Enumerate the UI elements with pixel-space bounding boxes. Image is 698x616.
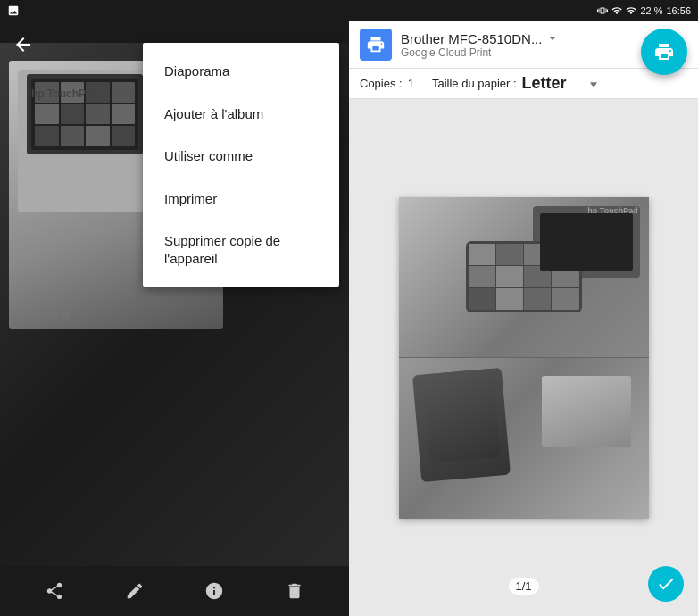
edit-button[interactable]	[117, 573, 153, 609]
photo-icon	[7, 4, 20, 17]
print-fab-icon	[653, 41, 675, 62]
preview-page: hp TouchPad	[399, 197, 649, 519]
preview-image: hp TouchPad	[399, 197, 649, 519]
paper-size-control: Taille du papier : Letter	[432, 74, 567, 93]
context-menu: Diaporama Ajouter à l'album Utiliser com…	[143, 43, 339, 287]
share-button[interactable]	[37, 573, 72, 609]
paper-size-label: Taille du papier :	[432, 77, 517, 90]
print-fab-button[interactable]	[641, 29, 687, 75]
photo-background: hp TouchPad Diaporama Ajouter à l'album …	[0, 21, 349, 616]
back-button[interactable]	[7, 29, 39, 61]
paper-size-value: Letter	[522, 74, 567, 93]
copies-control: Copies : 1	[360, 77, 414, 90]
status-bar-left	[7, 4, 20, 17]
page-indicator: 1/1	[508, 578, 538, 595]
bottom-toolbar	[0, 566, 349, 616]
dropdown-icon	[545, 31, 560, 46]
menu-item-slideshow[interactable]: Diaporama	[143, 50, 339, 93]
menu-item-print[interactable]: Imprimer	[143, 178, 339, 221]
print-preview-area: hp TouchPad 1/1	[349, 99, 698, 616]
menu-item-use-as[interactable]: Utiliser comme	[143, 135, 339, 178]
preview-image-bottom	[399, 358, 649, 519]
print-header: Brother MFC-8510DN... Google Cloud Print	[349, 21, 698, 69]
delete-button[interactable]	[277, 573, 312, 609]
print-controls: Copies : 1 Taille du papier : Letter	[349, 69, 698, 99]
time-text: 16:56	[666, 5, 691, 16]
preview-image-top: hp TouchPad	[399, 197, 649, 358]
copies-label: Copies :	[360, 77, 403, 90]
wifi-icon	[611, 5, 622, 16]
signal-icon	[626, 5, 636, 16]
info-button[interactable]	[196, 573, 232, 609]
expand-icon	[585, 75, 602, 93]
confirm-button[interactable]	[648, 566, 684, 602]
menu-item-add-album[interactable]: Ajouter à l'album	[143, 93, 339, 136]
check-icon	[656, 574, 676, 594]
printer-name-text: Brother MFC-8510DN...	[401, 31, 542, 46]
left-panel: hp TouchPad Diaporama Ajouter à l'album …	[0, 21, 349, 616]
battery-text: 22 %	[640, 5, 662, 16]
vibrate-icon	[597, 5, 608, 16]
right-panel: Brother MFC-8510DN... Google Cloud Print…	[349, 21, 698, 616]
status-bar-right: 22 % 16:56	[597, 5, 691, 16]
status-bar: 22 % 16:56	[0, 0, 698, 21]
main-area: hp TouchPad Diaporama Ajouter à l'album …	[0, 21, 698, 616]
copies-value: 1	[408, 77, 414, 90]
menu-item-delete-copy[interactable]: Supprimer copie de l'appareil	[143, 220, 339, 279]
printer-icon-box	[360, 29, 392, 61]
expand-controls-button[interactable]	[585, 75, 602, 93]
